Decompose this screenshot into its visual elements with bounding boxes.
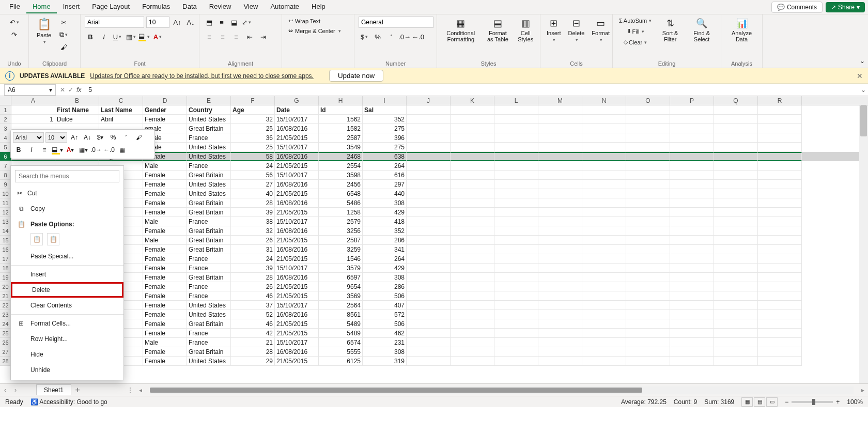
cell[interactable]: [758, 254, 802, 264]
cell[interactable]: [494, 189, 538, 198]
cell[interactable]: 341: [363, 245, 407, 254]
table-row[interactable]: 24dFemaleGreat Britain4621/05/2015548950…: [0, 319, 868, 329]
sheet-nav-prev[interactable]: ‹: [0, 386, 10, 394]
cell[interactable]: [670, 347, 714, 357]
row-header[interactable]: 6: [0, 152, 11, 161]
cell[interactable]: [538, 264, 582, 273]
cell[interactable]: Great Britain: [187, 226, 231, 236]
cell[interactable]: 16/08/2016: [275, 152, 319, 161]
cell[interactable]: [670, 198, 714, 208]
cell[interactable]: [670, 273, 714, 282]
cell[interactable]: [494, 338, 538, 347]
number-format-select[interactable]: [359, 17, 433, 28]
cell[interactable]: 1258: [319, 208, 363, 217]
cell[interactable]: United States: [187, 310, 231, 319]
cell[interactable]: 396: [363, 133, 407, 143]
cell[interactable]: 21/05/2015: [275, 282, 319, 291]
column-header[interactable]: D: [143, 96, 187, 105]
cell[interactable]: 46: [231, 319, 275, 329]
align-center-button[interactable]: ≡: [217, 31, 228, 42]
ctx-unhide[interactable]: Unhide: [11, 362, 123, 378]
cell[interactable]: [494, 291, 538, 301]
row-header[interactable]: 17: [0, 254, 11, 264]
cell[interactable]: [714, 152, 758, 161]
ctx-copy[interactable]: ⧉Copy: [11, 201, 123, 216]
mini-font-size[interactable]: 10: [45, 132, 67, 143]
cell[interactable]: [714, 189, 758, 198]
menu-tab-home[interactable]: Home: [26, 1, 57, 13]
cell[interactable]: [670, 115, 714, 124]
cell[interactable]: [714, 291, 758, 301]
cell[interactable]: [670, 180, 714, 189]
cell[interactable]: 37: [231, 301, 275, 310]
cell[interactable]: 231: [363, 338, 407, 347]
cell[interactable]: [407, 245, 451, 254]
formula-input[interactable]: 5: [85, 86, 859, 94]
cell[interactable]: [451, 310, 494, 319]
cell[interactable]: [407, 198, 451, 208]
table-row[interactable]: 23FemaleUnited States5216/08/20168561572: [0, 310, 868, 319]
cell[interactable]: 16/08/2016: [275, 347, 319, 357]
cell[interactable]: Female: [143, 180, 187, 189]
menu-tab-view[interactable]: View: [237, 1, 264, 13]
cell[interactable]: 264: [363, 161, 407, 171]
autosum-button[interactable]: ΣAutoSum▾: [617, 17, 654, 25]
cell[interactable]: France: [187, 133, 231, 143]
cell[interactable]: 407: [363, 301, 407, 310]
cell[interactable]: Age: [231, 105, 275, 115]
cell[interactable]: [626, 189, 670, 198]
cell[interactable]: 506: [363, 291, 407, 301]
table-row[interactable]: 10dFemaleUnited States4021/05/2015654844…: [0, 189, 868, 198]
cell[interactable]: United States: [187, 152, 231, 161]
increase-font-button[interactable]: A↑: [172, 17, 183, 28]
table-row[interactable]: 26oMaleFrance2115/10/20176574231: [0, 338, 868, 347]
table-row[interactable]: 27FemaleGreat Britain2816/08/20165555308: [0, 347, 868, 357]
cell[interactable]: [494, 171, 538, 180]
cell[interactable]: [714, 115, 758, 124]
cell[interactable]: United States: [187, 143, 231, 152]
column-header[interactable]: H: [319, 96, 363, 105]
row-header[interactable]: 26: [0, 338, 11, 347]
cell[interactable]: 1582: [319, 124, 363, 133]
column-header[interactable]: Q: [714, 96, 758, 105]
cell[interactable]: [582, 273, 626, 282]
row-header[interactable]: 23: [0, 310, 11, 319]
cell[interactable]: 26: [231, 236, 275, 245]
cell[interactable]: Female: [143, 189, 187, 198]
table-row[interactable]: 12aFemaleGreat Britain3921/05/2015125842…: [0, 208, 868, 217]
cell[interactable]: France: [187, 217, 231, 226]
cell[interactable]: 27: [231, 180, 275, 189]
cell[interactable]: 616: [363, 171, 407, 180]
cell[interactable]: Female: [143, 254, 187, 264]
cell[interactable]: 21/05/2015: [275, 189, 319, 198]
row-header[interactable]: 21: [0, 291, 11, 301]
cell[interactable]: [626, 171, 670, 180]
column-header[interactable]: K: [451, 96, 494, 105]
cell[interactable]: 31: [231, 245, 275, 254]
cell[interactable]: Great Britain: [187, 245, 231, 254]
table-row[interactable]: 16onFemaleGreat Britain3116/08/201632593…: [0, 245, 868, 254]
cell[interactable]: [670, 245, 714, 254]
cell[interactable]: [758, 310, 802, 319]
cell[interactable]: France: [187, 329, 231, 338]
cell[interactable]: [670, 357, 714, 366]
row-header[interactable]: 2: [0, 115, 11, 124]
accounting-format-button[interactable]: $▾: [359, 31, 370, 42]
table-row[interactable]: 15tieMaleGreat Britain2621/05/2015258728…: [0, 236, 868, 245]
cell[interactable]: [494, 217, 538, 226]
increase-indent-button[interactable]: ⇥: [257, 31, 269, 42]
cell[interactable]: [451, 124, 494, 133]
cell[interactable]: [451, 273, 494, 282]
menu-tab-insert[interactable]: Insert: [57, 1, 86, 13]
cell[interactable]: [538, 152, 582, 161]
ctx-format-cells[interactable]: ⊞Format Cells...: [11, 316, 123, 331]
fx-icon[interactable]: fx: [76, 86, 81, 94]
column-header[interactable]: F: [231, 96, 275, 105]
cell[interactable]: [626, 152, 670, 161]
cell[interactable]: [538, 124, 582, 133]
cell[interactable]: [451, 301, 494, 310]
cell[interactable]: 2587: [319, 236, 363, 245]
table-row[interactable]: 11rdFemaleGreat Britain2816/08/201654863…: [0, 198, 868, 208]
align-middle-button[interactable]: ≡: [216, 17, 227, 28]
cell[interactable]: [758, 115, 802, 124]
